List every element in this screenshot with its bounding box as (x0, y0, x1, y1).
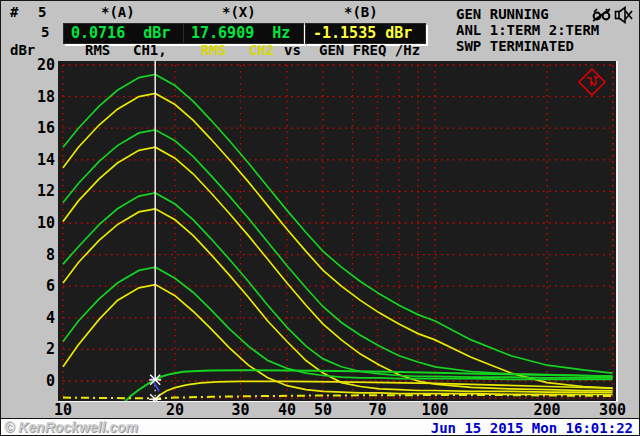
plot-area (58, 61, 618, 402)
readout-a-value[interactable]: 0.0716 dBr (63, 23, 184, 44)
y-tick-label: 0 (5, 372, 55, 390)
chart-canvas[interactable] (58, 61, 616, 401)
x-tick-label: 50 (301, 402, 345, 419)
readout-x-value[interactable]: 17.6909 Hz (183, 23, 304, 44)
trace-ch1-level-2 (63, 130, 613, 376)
trace-ch1-level-3 (63, 193, 613, 378)
grid-lines (63, 65, 613, 398)
x-axis-source-label: GEN FREQ /Hz (319, 43, 420, 58)
watermark-text: © KenRockwell.com (4, 419, 138, 435)
x-tick-label: 10 (41, 402, 85, 419)
x-tick-label: 20 (153, 402, 197, 419)
sweep-number: 5 (41, 25, 49, 40)
datetime-display: Jun 15 2015 Mon 16:01:22 (431, 420, 633, 436)
headphones-muted-icon (592, 6, 612, 24)
trace-curves (63, 75, 613, 402)
y-tick-label: 16 (5, 119, 55, 137)
ch2-label: CH2 (249, 43, 274, 58)
x-tick-label: 200 (525, 402, 569, 419)
ch1-rms-label: RMS (85, 43, 110, 58)
x-tick-label: 100 (413, 402, 457, 419)
y-tick-label: 12 (5, 182, 55, 200)
trace-ch2-dashed-trace (63, 395, 613, 399)
col-a-title: *(A) (101, 5, 135, 20)
y-tick-label: 8 (5, 246, 55, 264)
y-tick-label: 2 (5, 340, 55, 358)
x-tick-label: 70 (355, 402, 399, 419)
y-tick-label: 14 (5, 151, 55, 169)
x-tick-label: 30 (219, 402, 263, 419)
x-tick-label: 300 (591, 402, 635, 419)
status-gen: GEN RUNNING (456, 6, 549, 22)
col-x-title: *(X) (222, 5, 256, 20)
y-tick-label: 20 (5, 56, 55, 74)
ch2-rms-label: RMS (201, 43, 226, 58)
y-tick-label: 4 (5, 309, 55, 327)
y-tick-label: 10 (5, 214, 55, 232)
status-swp: SWP TERMINATED (456, 38, 574, 54)
speaker-muted-icon (614, 6, 634, 24)
y-tick-label: 6 (5, 277, 55, 295)
ch1-label: CH1, (133, 43, 167, 58)
analyzer-screen: # 5 *(A) *(X) *(B) 5 0.0716 dBr 17.6909 … (0, 0, 640, 436)
y-tick-label: 18 (5, 88, 55, 106)
rs-logo-icon (579, 69, 605, 95)
status-anl: ANL 1:TERM 2:TERM (456, 22, 599, 38)
run-hash-label: # (10, 5, 18, 20)
run-number: 5 (38, 5, 46, 20)
vs-label: vs (284, 43, 301, 58)
trace-ch2-level-1 (63, 93, 613, 388)
readout-b-value[interactable]: -1.1535 dBr (305, 23, 426, 44)
trace-ch1-level-1 (63, 75, 613, 374)
col-b-title: *(B) (344, 5, 378, 20)
